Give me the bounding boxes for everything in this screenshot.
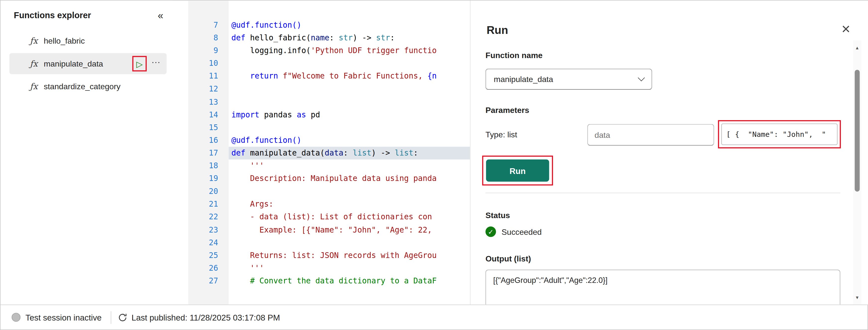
line-number: 25 [188,249,228,262]
line-number: 19 [188,172,228,185]
line-number: 23 [188,223,228,236]
code-line[interactable]: Description: Manipulate data using panda [228,172,470,185]
line-number: 15 [188,121,228,134]
session-status-text: Test session inactive [25,312,101,322]
line-number: 8 [188,32,228,44]
code-line[interactable]: Args: [228,198,470,211]
line-number: 13 [188,95,228,108]
annotation-box-play: ▷ [132,56,147,71]
section-divider [486,193,840,193]
line-number: 18 [188,160,228,172]
code-line[interactable] [228,236,470,249]
code-line[interactable]: ''' [228,262,470,274]
code-line[interactable]: def manipulate_data(data: list) -> list: [228,147,470,160]
code-line[interactable]: Example: [{"Name": "John", "Age": 22, [228,223,470,236]
param-input[interactable] [587,124,714,146]
code-editor[interactable]: 789101112131415161718192021222324252627 … [188,0,470,305]
code-line[interactable]: return f"Welcome to Fabric Functions, {n [228,70,470,83]
function-list-item[interactable]: ƒx hello_fabric [9,30,166,51]
line-number: 21 [188,198,228,211]
session-status-dot [12,313,21,322]
dropdown-value: manipulate_data [494,75,553,84]
code-line[interactable]: Returns: list: JSON records with AgeGrou [228,249,470,262]
function-name-label: Function name [486,51,542,60]
function-fx-icon: ƒx [30,82,38,91]
line-number: 24 [188,236,228,249]
run-panel-title: Run [487,24,508,37]
statusbar-divider [111,311,111,324]
function-label: manipulate_data [44,59,103,68]
sync-icon [118,312,127,322]
code-line[interactable] [228,83,470,95]
collapse-sidebar-icon[interactable]: « [158,10,163,21]
line-number: 27 [188,275,228,287]
line-number-gutter: 789101112131415161718192021222324252627 [188,0,228,305]
line-number: 11 [188,70,228,83]
line-number: 26 [188,262,228,274]
run-panel: Run × Function name manipulate_data Para… [471,0,868,305]
parameters-label: Parameters [486,106,529,115]
code-line[interactable]: logging.info('Python UDF trigger functio [228,44,470,57]
more-options-icon[interactable]: … [151,55,161,66]
code-line[interactable] [228,57,470,70]
sidebar-title: Functions explorer [14,10,91,21]
sidebar-header: Functions explorer « [0,0,172,21]
code-line[interactable]: import pandas as pd [228,108,470,121]
function-list: ƒx hello_fabric ƒx manipulate_data ▷ … ƒ… [0,30,172,97]
status-row: ✓ Succeeded [486,226,542,237]
code-line[interactable] [228,95,470,108]
line-number: 10 [188,57,228,70]
code-line[interactable]: ''' [228,160,470,172]
success-check-icon: ✓ [486,226,496,237]
line-number: 7 [188,19,228,32]
output-label: Output (list) [486,254,531,263]
function-name-dropdown[interactable]: manipulate_data [486,68,652,89]
param-type-label: Type: list [486,130,517,139]
status-value: Succeeded [501,227,541,236]
output-box[interactable]: [{"AgeGroup":"Adult","Age":22.0}] [486,270,840,305]
code-area[interactable]: @udf.function()def hello_fabric(name: st… [228,0,470,305]
play-icon[interactable]: ▷ [136,60,143,68]
line-number: 20 [188,185,228,198]
line-number: 22 [188,211,228,223]
function-fx-icon: ƒx [30,36,38,46]
line-number: 12 [188,83,228,95]
output-value: [{"AgeGroup":"Adult","Age":22.0}] [493,276,608,285]
chevron-down-icon [638,74,645,81]
line-number: 17 [188,147,228,160]
code-line[interactable] [228,121,470,134]
function-label: standardize_category [44,82,121,91]
line-number: 14 [188,108,228,121]
annotation-box-param-value: [ { "Name": "John", " [718,120,841,148]
run-button[interactable]: Run [486,160,549,182]
annotation-box-run: Run [482,156,553,186]
param-value-preview[interactable]: [ { "Name": "John", " [721,123,838,145]
functions-explorer-window: Functions explorer « ƒx hello_fabric ƒx … [0,0,868,330]
code-line[interactable]: @udf.function() [228,134,470,146]
line-number: 9 [188,44,228,57]
function-label: hello_fabric [44,37,85,46]
function-fx-icon: ƒx [30,59,38,68]
status-label: Status [486,211,510,220]
scrollbar[interactable]: ▲ ▼ [853,40,861,305]
status-bar: Test session inactive Last published: 11… [0,305,868,330]
function-list-item[interactable]: ƒx standardize_category [9,76,166,97]
scroll-up-icon[interactable]: ▲ [853,46,861,50]
code-line[interactable] [228,185,470,198]
code-line[interactable]: # Convert the data dictionary to a DataF [228,275,470,287]
code-line[interactable]: def hello_fabric(name: str) -> str: [228,32,470,44]
last-published-text: Last published: 11/28/2025 03:17:08 PM [131,312,280,322]
scroll-down-icon[interactable]: ▼ [853,296,861,300]
scrollbar-thumb[interactable] [855,70,860,192]
functions-explorer-sidebar: Functions explorer « ƒx hello_fabric ƒx … [0,0,172,305]
line-number: 16 [188,134,228,146]
code-line[interactable]: - data (list): List of dictionaries con [228,211,470,223]
close-icon[interactable]: × [842,22,850,37]
code-line[interactable]: @udf.function() [228,19,470,32]
function-list-item[interactable]: ƒx manipulate_data ▷ … [9,53,166,74]
